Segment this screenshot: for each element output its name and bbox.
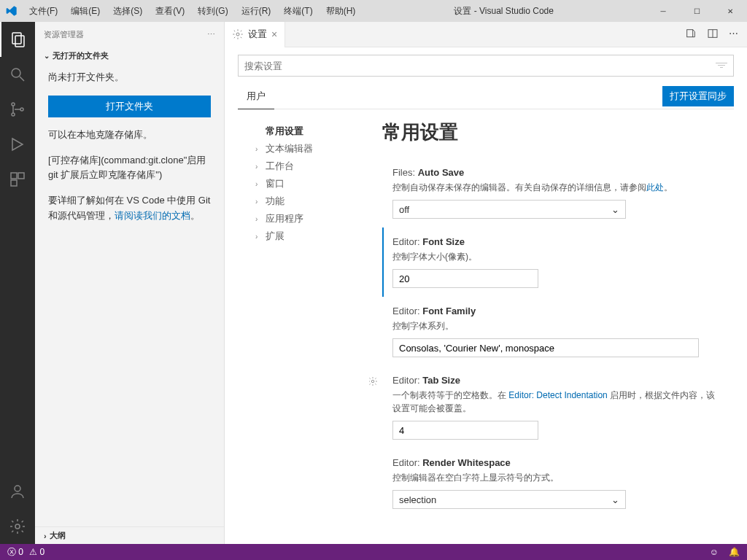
titlebar: 文件(F) 编辑(E) 选择(S) 查看(V) 转到(G) 运行(R) 终端(T… [0,0,747,22]
menu-help[interactable]: 帮助(H) [320,2,362,20]
editor-more-icon[interactable]: ⋯ [729,28,738,42]
window-title: 设置 - Visual Studio Code [361,5,646,18]
font-size-input[interactable] [392,269,538,288]
feedback-icon[interactable]: ☺ [710,547,719,557]
svg-rect-8 [18,173,24,179]
settings-search-input[interactable] [244,61,716,71]
chevron-right-icon: › [44,532,47,540]
auto-save-doc-link[interactable]: 此处 [646,182,664,192]
toc-common[interactable]: 常用设置 [255,122,369,140]
toc-extensions[interactable]: ›扩展 [255,228,369,245]
split-editor-icon[interactable] [707,28,719,42]
settings-sync-button[interactable]: 打开设置同步 [662,86,734,106]
detect-indentation-link[interactable]: Editor: Detect Indentation [508,390,607,400]
setting-gear-icon[interactable] [369,376,378,389]
setting-auto-save: Files: Auto Save 控制自动保存未保存的编辑器。有关自动保存的详细… [382,158,721,228]
scope-tab-user[interactable]: 用户 [238,84,274,109]
menu-go[interactable]: 转到(G) [192,2,233,20]
settings-heading: 常用设置 [382,120,721,145]
menu-selection[interactable]: 选择(S) [107,2,148,20]
tab-settings[interactable]: 设置 × [225,22,285,47]
svg-line-3 [20,77,24,81]
menu-edit[interactable]: 编辑(E) [65,2,106,20]
source-control-icon[interactable] [0,92,35,127]
svg-rect-0 [12,33,21,44]
chevron-down-icon: ⌄ [611,204,619,215]
git-doc-link[interactable]: 请阅读我们的文档 [115,210,190,221]
toc-text-editor[interactable]: ›文本编辑器 [255,140,369,158]
activitybar [0,22,35,544]
close-button[interactable]: ✕ [713,0,747,22]
no-folder-msg: 尚未打开文件夹。 [48,70,211,85]
settings-toc: 常用设置 ›文本编辑器 ›工作台 ›窗口 ›功能 ›应用程序 ›扩展 [238,109,369,544]
accounts-icon[interactable] [0,474,35,509]
svg-point-2 [12,69,20,77]
extensions-icon[interactable] [0,162,35,197]
sidebar-title: 资源管理器 [44,29,84,40]
clone-msg: 可以在本地克隆存储库。 [48,128,211,143]
settings-search[interactable] [238,55,734,77]
toc-window[interactable]: ›窗口 [255,175,369,192]
font-family-input[interactable] [392,338,699,357]
open-folder-button[interactable]: 打开文件夹 [48,96,211,117]
chevron-down-icon: ⌄ [44,52,50,60]
outline-section[interactable]: › 大纲 [35,526,224,544]
maximize-button[interactable]: ☐ [680,0,713,22]
status-warnings[interactable]: ⚠ 0 [29,547,44,557]
setting-font-size: Editor: Font Size 控制字体大小(像素)。 [382,228,721,297]
svg-rect-9 [11,180,17,186]
setting-render-whitespace: Editor: Render Whitespace 控制编辑器在空白字符上显示符… [382,448,721,518]
menu-terminal[interactable]: 终端(T) [278,2,318,20]
svg-point-11 [15,524,20,529]
setting-font-family: Editor: Font Family 控制字体系列。 [382,297,721,366]
run-debug-icon[interactable] [0,127,35,162]
toc-workbench[interactable]: ›工作台 [255,158,369,175]
svg-rect-1 [15,36,24,47]
sidebar-section-title[interactable]: ⌄ 无打开的文件夹 [35,47,224,64]
svg-rect-7 [11,173,17,179]
vscode-logo-icon [6,5,18,17]
filter-icon[interactable] [716,61,727,70]
minimize-button[interactable]: ─ [646,0,680,22]
tab-close-icon[interactable]: × [271,28,277,40]
svg-rect-13 [687,29,693,36]
status-errors[interactable]: ⓧ 0 [7,546,23,559]
menu-run[interactable]: 运行(R) [236,2,277,20]
svg-point-4 [12,103,15,106]
render-whitespace-select[interactable]: selection⌄ [392,490,626,509]
svg-point-6 [20,108,23,111]
svg-point-5 [12,113,15,116]
svg-point-12 [236,33,239,36]
svg-point-10 [15,486,20,491]
auto-save-select[interactable]: off⌄ [392,200,626,219]
chevron-down-icon: ⌄ [611,494,619,505]
menubar: 文件(F) 编辑(E) 选择(S) 查看(V) 转到(G) 运行(R) 终端(T… [23,2,361,20]
search-icon[interactable] [0,57,35,92]
setting-tab-size: Editor: Tab Size 一个制表符等于的空格数。在 Editor: D… [382,366,721,448]
settings-tab-icon [232,28,244,40]
tab-size-input[interactable] [392,421,538,440]
menu-view[interactable]: 查看(V) [150,2,190,20]
menu-file[interactable]: 文件(F) [23,2,63,20]
sidebar-more-icon[interactable]: ⋯ [207,30,215,39]
notifications-icon[interactable]: 🔔 [729,547,740,557]
explorer-sidebar: 资源管理器 ⋯ ⌄ 无打开的文件夹 尚未打开文件夹。 打开文件夹 可以在本地克隆… [35,22,225,544]
statusbar: ⓧ 0 ⚠ 0 ☺ 🔔 [0,544,747,560]
git-doc-msg: 要详细了解如何在 VS Code 中使用 Git 和源代码管理，请阅读我们的文档… [48,193,211,224]
toc-features[interactable]: ›功能 [255,192,369,210]
svg-point-16 [371,380,374,383]
explorer-icon[interactable] [0,22,35,57]
manage-gear-icon[interactable] [0,509,35,544]
clone-command-msg: [可控存储库](command:git.clone"启用 git 扩展后立即克隆… [48,153,211,184]
toc-application[interactable]: ›应用程序 [255,210,369,228]
open-json-icon[interactable] [685,28,697,42]
editor-area: 设置 × ⋯ 用户 打开设置同步 常用设置 [225,22,747,544]
settings-list: 常用设置 Files: Auto Save 控制自动保存未保存的编辑器。有关自动… [369,109,734,544]
